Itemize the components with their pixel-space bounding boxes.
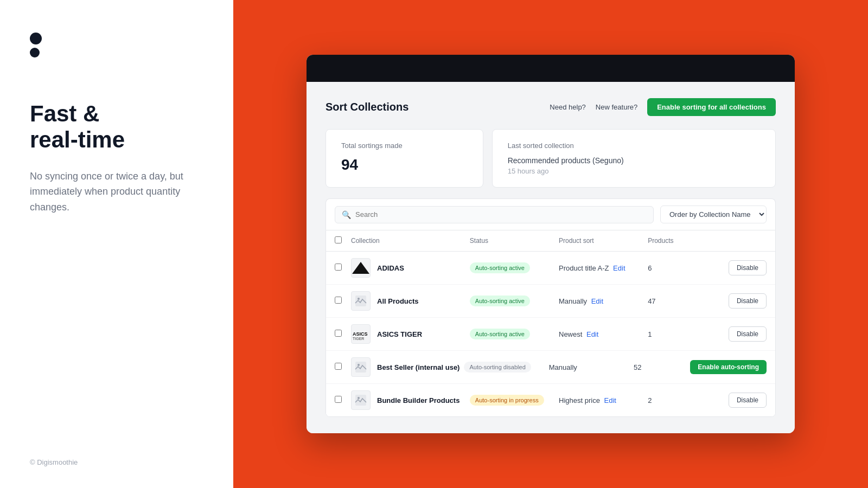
td-collection: Bundle Builder Products <box>351 390 470 410</box>
disable-button[interactable]: Disable <box>729 393 767 408</box>
table-body: ADIDAS Auto-sorting active Product title… <box>326 252 775 416</box>
td-action: Disable <box>707 326 767 342</box>
td-products: 2 <box>648 396 707 404</box>
td-action: Disable <box>707 293 767 309</box>
svg-point-7 <box>358 364 360 366</box>
th-status: Status <box>470 237 559 245</box>
td-status: Auto-sorting active <box>470 262 559 273</box>
td-collection: ASICS TIGER ASICS TIGER <box>351 324 470 344</box>
left-panel: Fast & real-time No syncing once or twic… <box>0 0 233 488</box>
hero-text: Fast & real-time <box>30 101 203 153</box>
disable-button[interactable]: Disable <box>729 293 767 309</box>
edit-sort-link[interactable]: Edit <box>604 396 616 404</box>
collection-thumb <box>351 390 371 410</box>
edit-sort-link[interactable]: Edit <box>591 297 603 305</box>
td-product-sort: Newest Edit <box>559 330 648 338</box>
collection-name: Best Seller (internal use) <box>377 363 459 371</box>
enable-sort-button[interactable]: Enable auto-sorting <box>690 360 767 374</box>
td-product-sort: Manually <box>549 363 634 371</box>
svg-point-3 <box>358 298 360 300</box>
td-product-sort: Highest price Edit <box>559 396 648 404</box>
help-link[interactable]: Need help? <box>550 103 586 111</box>
edit-sort-link[interactable]: Edit <box>613 264 625 272</box>
right-panel: Sort Collections Need help? New feature?… <box>233 0 868 488</box>
td-products: 1 <box>648 330 707 338</box>
search-wrapper: 🔍 <box>335 206 654 223</box>
last-sorted-card: Last sorted collection Recommended produ… <box>492 129 776 188</box>
td-products: 47 <box>648 297 707 305</box>
enable-all-button[interactable]: Enable sorting for all collections <box>647 98 776 116</box>
td-product-sort: Manually Edit <box>559 297 648 305</box>
logo <box>30 33 203 57</box>
disable-button[interactable]: Disable <box>729 326 767 342</box>
app-window: Sort Collections Need help? New feature?… <box>307 55 795 433</box>
td-status: Auto-sorting active <box>470 329 559 339</box>
search-icon: 🔍 <box>342 210 351 219</box>
td-status: Auto-sorting in progress <box>470 395 559 406</box>
td-status: Auto-sorting active <box>470 296 559 306</box>
td-status: Auto-sorting disabled <box>464 362 548 373</box>
order-select[interactable]: Order by Collection Name <box>660 206 767 223</box>
table-row: All Products Auto-sorting active Manuall… <box>326 285 775 318</box>
total-sortings-label: Total sortings made <box>341 142 468 150</box>
table-row: ADIDAS Auto-sorting active Product title… <box>326 252 775 285</box>
table-row: Best Seller (internal use) Auto-sorting … <box>326 351 775 384</box>
page-header: Sort Collections Need help? New feature?… <box>326 98 776 116</box>
total-sortings-card: Total sortings made 94 <box>326 129 483 188</box>
logo-dot-large <box>30 33 42 44</box>
app-topbar <box>307 55 795 82</box>
stats-row: Total sortings made 94 Last sorted colle… <box>326 129 776 188</box>
row-checkbox-0[interactable] <box>335 264 342 271</box>
logo-dot-small <box>30 48 40 57</box>
copyright: © Digismoothie <box>30 458 78 466</box>
row-checkbox-4[interactable] <box>335 396 342 403</box>
feature-link[interactable]: New feature? <box>596 103 637 111</box>
header-actions: Need help? New feature? Enable sorting f… <box>550 98 776 116</box>
collection-thumb <box>351 258 371 278</box>
search-input[interactable] <box>355 210 647 219</box>
td-collection: ADIDAS <box>351 258 470 278</box>
status-badge: Auto-sorting active <box>470 262 530 273</box>
row-checkbox-3[interactable] <box>335 363 342 370</box>
select-all-checkbox[interactable] <box>335 236 342 243</box>
svg-point-9 <box>358 397 360 399</box>
last-sorted-time: 15 hours ago <box>508 167 760 175</box>
td-products: 6 <box>648 264 707 272</box>
table-row: ASICS TIGER ASICS TIGER Auto-sorting act… <box>326 318 775 351</box>
collection-thumb <box>351 357 371 377</box>
td-action: Disable <box>707 393 767 408</box>
filter-bar: 🔍 Order by Collection Name <box>326 198 776 230</box>
last-sorted-label: Last sorted collection <box>508 142 760 150</box>
total-sortings-value: 94 <box>341 156 468 174</box>
app-content: Sort Collections Need help? New feature?… <box>307 82 795 433</box>
status-badge: Auto-sorting disabled <box>464 362 531 373</box>
hero-line1: Fast & <box>30 101 99 126</box>
svg-text:ASICS: ASICS <box>353 331 368 337</box>
collection-name: Bundle Builder Products <box>377 396 459 404</box>
page-title: Sort Collections <box>326 101 409 113</box>
th-collection: Collection <box>351 237 470 245</box>
svg-text:TIGER: TIGER <box>353 337 364 340</box>
th-products: Products <box>648 237 707 245</box>
td-action: Disable <box>707 260 767 275</box>
subtext: No syncing once or twice a day, but imme… <box>30 169 198 215</box>
collection-thumb <box>351 291 371 311</box>
collection-name: All Products <box>377 297 419 305</box>
table-header: Collection Status Product sort Products <box>326 230 775 252</box>
td-products: 52 <box>634 363 690 371</box>
disable-button[interactable]: Disable <box>729 260 767 275</box>
th-product-sort: Product sort <box>559 237 648 245</box>
collections-table: Collection Status Product sort Products … <box>326 230 776 417</box>
collection-name: ADIDAS <box>377 264 404 272</box>
status-badge: Auto-sorting active <box>470 329 530 339</box>
table-row: Bundle Builder Products Auto-sorting in … <box>326 384 775 416</box>
td-product-sort: Product title A-Z Edit <box>559 264 648 272</box>
status-badge: Auto-sorting in progress <box>470 395 544 406</box>
row-checkbox-2[interactable] <box>335 330 342 337</box>
svg-marker-0 <box>352 262 369 274</box>
td-action: Enable auto-sorting <box>690 360 767 374</box>
row-checkbox-1[interactable] <box>335 297 342 304</box>
last-sorted-name: Recommended products (Seguno) <box>508 156 760 165</box>
edit-sort-link[interactable]: Edit <box>586 330 598 338</box>
collection-name: ASICS TIGER <box>377 330 422 338</box>
